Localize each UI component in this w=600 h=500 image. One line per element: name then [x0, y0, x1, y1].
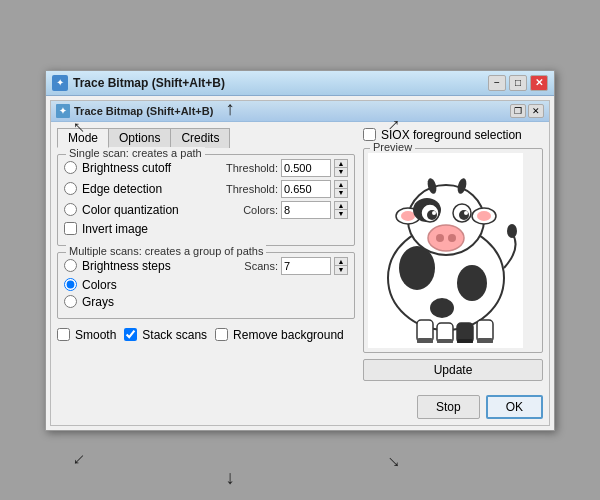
right-panel: SIOX foreground selection Preview	[363, 128, 543, 385]
color-quantization-row: Color quantization Colors: ▲ ▼	[64, 201, 348, 219]
maximize-button[interactable]: □	[509, 75, 527, 91]
svg-point-23	[436, 234, 444, 242]
svg-point-22	[428, 225, 464, 251]
siox-checkbox[interactable]	[363, 128, 376, 141]
svg-text:↓: ↓	[225, 467, 234, 488]
remove-background-row: Remove background	[215, 328, 344, 342]
tab-mode[interactable]: Mode	[57, 128, 109, 148]
scans-up-arrow[interactable]: ▲	[334, 257, 348, 266]
tab-bar: Mode Options Credits	[57, 128, 355, 148]
close-button[interactable]: ✕	[530, 75, 548, 91]
svg-text:↓: ↓	[382, 450, 404, 472]
colors-group: Colors: ▲ ▼	[243, 201, 348, 219]
outer-title-bar: ✦ Trace Bitmap (Shift+Alt+B) − □ ✕	[46, 71, 554, 96]
preview-box: Preview	[363, 148, 543, 353]
edge-up-arrow[interactable]: ▲	[334, 180, 348, 189]
svg-point-33	[507, 224, 517, 238]
bottom-buttons: Stop OK	[51, 391, 549, 425]
multiple-scans-group: Multiple scans: creates a group of paths…	[57, 252, 355, 319]
colors-radio-row: Colors	[64, 278, 348, 292]
scans-input[interactable]	[281, 257, 331, 275]
colors-radio[interactable]	[64, 278, 77, 291]
brightness-cutoff-row: Brightness cutoff Threshold: ▲ ▼	[64, 159, 348, 177]
color-quantization-label: Color quantization	[82, 203, 238, 217]
brightness-up-arrow[interactable]: ▲	[334, 159, 348, 168]
multiple-scans-label: Multiple scans: creates a group of paths	[66, 245, 266, 257]
inner-window: ✦ Trace Bitmap (Shift+Alt+B) ❐ ✕ Mode Op…	[50, 100, 550, 426]
brightness-steps-label: Brightness steps	[82, 259, 239, 273]
svg-point-24	[448, 234, 456, 242]
update-button[interactable]: Update	[363, 359, 543, 381]
stop-button[interactable]: Stop	[417, 395, 480, 419]
brightness-threshold-label: Threshold:	[226, 162, 278, 174]
colors-up-arrow[interactable]: ▲	[334, 201, 348, 210]
stack-scans-checkbox[interactable]	[124, 328, 137, 341]
grays-radio-label: Grays	[82, 295, 348, 309]
bottom-checkboxes: Smooth Stack scans Remove background	[57, 325, 355, 345]
svg-point-8	[457, 265, 487, 301]
brightness-steps-radio[interactable]	[64, 259, 77, 272]
colors-label: Colors:	[243, 204, 278, 216]
preview-image	[368, 153, 523, 348]
brightness-threshold-group: Threshold: ▲ ▼	[226, 159, 348, 177]
single-scan-group: Single scan: creates a path Brightness c…	[57, 154, 355, 246]
minimize-button[interactable]: −	[488, 75, 506, 91]
inner-app-icon: ✦	[56, 104, 70, 118]
edge-threshold-label: Threshold:	[226, 183, 278, 195]
smooth-checkbox[interactable]	[57, 328, 70, 341]
edge-threshold-group: Threshold: ▲ ▼	[226, 180, 348, 198]
app-icon: ✦	[52, 75, 68, 91]
preview-label: Preview	[370, 141, 415, 153]
edge-detection-row: Edge detection Threshold: ▲ ▼	[64, 180, 348, 198]
stack-scans-label: Stack scans	[142, 328, 207, 342]
svg-point-13	[401, 211, 415, 221]
stack-scans-row: Stack scans	[124, 328, 207, 342]
scans-label: Scans:	[244, 260, 278, 272]
svg-point-19	[459, 210, 469, 220]
edge-down-arrow[interactable]: ▼	[334, 189, 348, 198]
colors-down-arrow[interactable]: ▼	[334, 210, 348, 219]
brightness-cutoff-label: Brightness cutoff	[82, 161, 221, 175]
brightness-down-arrow[interactable]: ▼	[334, 168, 348, 177]
colors-input[interactable]	[281, 201, 331, 219]
scans-group: Scans: ▲ ▼	[244, 257, 348, 275]
svg-point-20	[432, 211, 436, 215]
inner-title-bar: ✦ Trace Bitmap (Shift+Alt+B) ❐ ✕	[51, 101, 549, 122]
svg-rect-31	[457, 339, 473, 343]
siox-label: SIOX foreground selection	[381, 128, 522, 142]
color-quantization-radio[interactable]	[64, 203, 77, 216]
svg-point-14	[477, 211, 491, 221]
brightness-cutoff-radio[interactable]	[64, 161, 77, 174]
brightness-threshold-input[interactable]	[281, 159, 331, 177]
svg-point-9	[430, 298, 454, 318]
remove-background-label: Remove background	[233, 328, 344, 342]
title-controls: − □ ✕	[488, 75, 548, 91]
svg-rect-30	[437, 339, 453, 343]
invert-image-row: Invert image	[64, 222, 348, 236]
svg-point-21	[464, 211, 468, 215]
svg-point-18	[427, 210, 437, 220]
invert-image-checkbox[interactable]	[64, 222, 77, 235]
tab-credits[interactable]: Credits	[170, 128, 230, 148]
grays-radio-row: Grays	[64, 295, 348, 309]
brightness-steps-row: Brightness steps Scans: ▲ ▼	[64, 257, 348, 275]
inner-close-button[interactable]: ✕	[528, 104, 544, 118]
smooth-label: Smooth	[75, 328, 116, 342]
svg-text:↓: ↓	[69, 447, 91, 469]
invert-image-label: Invert image	[82, 222, 148, 236]
grays-radio[interactable]	[64, 295, 77, 308]
ok-button[interactable]: OK	[486, 395, 543, 419]
svg-rect-29	[417, 338, 433, 343]
tab-options[interactable]: Options	[108, 128, 171, 148]
inner-controls: ❐ ✕	[510, 104, 544, 118]
scans-down-arrow[interactable]: ▼	[334, 266, 348, 275]
edge-threshold-input[interactable]	[281, 180, 331, 198]
remove-background-checkbox[interactable]	[215, 328, 228, 341]
edge-detection-radio[interactable]	[64, 182, 77, 195]
colors-radio-label: Colors	[82, 278, 348, 292]
outer-title: Trace Bitmap (Shift+Alt+B)	[73, 76, 225, 90]
inner-restore-button[interactable]: ❐	[510, 104, 526, 118]
left-panel: Mode Options Credits Single scan: create…	[57, 128, 355, 385]
svg-rect-32	[477, 338, 493, 343]
outer-window: ✦ Trace Bitmap (Shift+Alt+B) − □ ✕ ✦ Tra…	[45, 70, 555, 431]
